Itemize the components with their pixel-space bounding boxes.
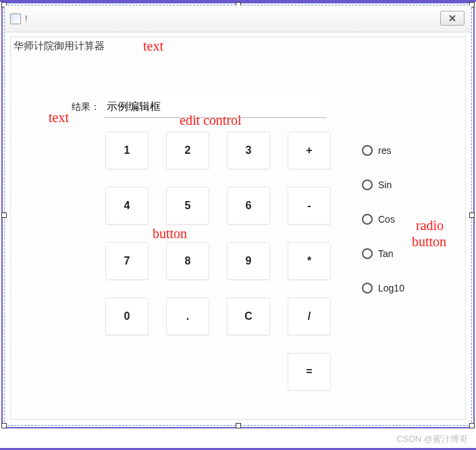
key-2[interactable]: 2 (166, 132, 209, 169)
close-button[interactable] (440, 11, 465, 26)
radio-icon (362, 248, 373, 259)
radio-label: res (377, 145, 392, 156)
client-area: 华师计院御用计算器 结果： 1 2 3 + 4 5 6 - 7 8 9 * 0 … (10, 36, 466, 420)
resize-handle[interactable] (469, 423, 475, 428)
key-6[interactable]: 6 (227, 187, 270, 225)
key-5[interactable]: 5 (166, 187, 209, 225)
window-title: ! (25, 13, 28, 24)
radio-res[interactable]: res (362, 145, 406, 156)
radio-log10[interactable]: Log10 (362, 283, 406, 293)
key-clear[interactable]: C (227, 298, 270, 335)
annotation-text: text (143, 38, 163, 54)
titlebar: ! (5, 5, 471, 32)
resize-handle[interactable] (469, 213, 475, 218)
radio-icon (362, 283, 373, 293)
watermark: CSDN @蜜汁博哥 (396, 433, 468, 445)
key-7[interactable]: 7 (105, 242, 149, 280)
function-radio-group: res Sin Cos Tan Log10 (362, 145, 406, 293)
keypad: 1 2 3 + 4 5 6 - 7 8 9 * 0 . C / = (105, 132, 331, 391)
key-dot[interactable]: . (166, 298, 209, 335)
annotation-radio-1: radio (416, 218, 444, 233)
key-multiply[interactable]: * (288, 242, 331, 280)
key-plus[interactable]: + (288, 132, 331, 169)
result-row: 结果： (70, 96, 327, 118)
annotation-radio-2: button (412, 234, 446, 250)
annotation-text: text (49, 110, 69, 125)
radio-label: Sin (377, 179, 393, 190)
app-heading: 华师计院御用计算器 (12, 40, 106, 53)
key-8[interactable]: 8 (166, 242, 209, 280)
result-input[interactable] (104, 96, 327, 118)
resize-handle[interactable] (236, 423, 241, 428)
key-3[interactable]: 3 (227, 132, 270, 169)
key-divide[interactable]: / (288, 298, 331, 335)
resize-handle[interactable] (1, 423, 7, 428)
radio-icon (362, 179, 373, 190)
dialog-window: ! 华师计院御用计算器 结果： 1 2 3 + 4 5 6 - 7 8 9 * … (4, 5, 472, 426)
key-equals[interactable]: = (288, 353, 331, 391)
resize-handle[interactable] (1, 213, 7, 218)
radio-icon (362, 214, 373, 225)
app-icon (10, 13, 21, 24)
result-label: 结果： (70, 101, 101, 113)
key-1[interactable]: 1 (105, 132, 149, 169)
key-0[interactable]: 0 (105, 298, 149, 335)
radio-icon (362, 145, 373, 156)
radio-label: Cos (377, 214, 396, 225)
radio-label: Log10 (377, 283, 406, 293)
radio-tan[interactable]: Tan (362, 248, 406, 259)
radio-label: Tan (377, 248, 395, 259)
key-4[interactable]: 4 (105, 187, 149, 225)
key-minus[interactable]: - (288, 187, 331, 225)
key-9[interactable]: 9 (227, 242, 270, 280)
radio-cos[interactable]: Cos (362, 214, 406, 225)
radio-sin[interactable]: Sin (362, 179, 406, 190)
close-icon (448, 14, 456, 22)
